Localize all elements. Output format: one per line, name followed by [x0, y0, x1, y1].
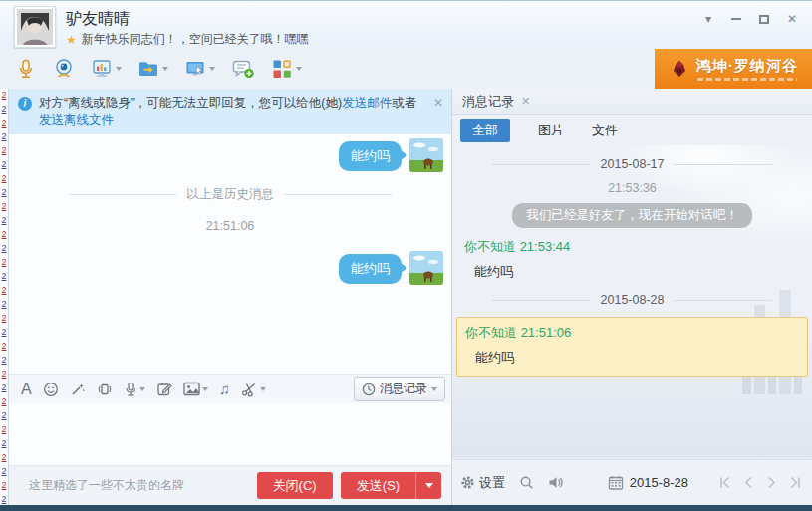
- history-tab-close-icon[interactable]: ✕: [521, 95, 530, 108]
- close-button[interactable]: ✕: [778, 9, 806, 29]
- window-menu-button[interactable]: ▾: [694, 9, 722, 29]
- first-page-icon[interactable]: [718, 475, 733, 490]
- history-divider: 以上是历史消息: [69, 186, 392, 203]
- send-options-button[interactable]: [415, 472, 441, 499]
- chevron-down-icon[interactable]: [202, 387, 208, 391]
- offline-notice-bar: i 对方“离线或隐身”，可能无法立即回复，您可以给他(她)发送邮件或者发送离线文…: [9, 89, 451, 134]
- chevron-down-icon[interactable]: [116, 67, 122, 71]
- send-footer: 这里精选了一些不太贵的名牌 关闭(C) 发送(S): [9, 465, 451, 505]
- landscape-avatar-image: [409, 138, 443, 172]
- close-chat-button[interactable]: 关闭(C): [257, 472, 333, 499]
- send-button[interactable]: 发送(S): [341, 472, 415, 499]
- qq-chat-window: 222222222222222222222222222222 驴友晴晴 ★ 新年…: [0, 0, 812, 511]
- self-avatar[interactable]: [409, 138, 443, 172]
- search-icon: [519, 475, 534, 490]
- previous-page-icon[interactable]: [741, 475, 756, 490]
- history-search-button[interactable]: [519, 475, 534, 490]
- font-icon: A: [21, 381, 32, 398]
- chevron-down-icon[interactable]: [139, 387, 145, 391]
- ad-tagline-script: [697, 78, 797, 81]
- magic-expression-button[interactable]: [70, 382, 86, 397]
- send-image-button[interactable]: [183, 382, 208, 396]
- voice-message-button[interactable]: [124, 382, 145, 397]
- portrait-image: [17, 9, 53, 45]
- message-list[interactable]: 能约吗 以上是历史消息 21:51:06: [9, 134, 451, 374]
- maximize-icon: [759, 15, 769, 24]
- screen-share-button[interactable]: [181, 56, 218, 82]
- notice-conjunction: 或者: [392, 96, 416, 110]
- play-audio-button[interactable]: [548, 475, 564, 490]
- selected-date: 2015-8-28: [630, 475, 688, 490]
- landscape-avatar-image: [409, 251, 443, 285]
- emoticon-button[interactable]: [43, 382, 59, 397]
- file-transfer-button[interactable]: [135, 56, 171, 82]
- chevron-down-icon[interactable]: [209, 67, 215, 71]
- date-divider: 2015-08-28: [492, 293, 772, 307]
- next-page-icon[interactable]: [764, 475, 779, 490]
- message-input[interactable]: [9, 403, 451, 465]
- filter-images[interactable]: 图片: [538, 122, 564, 139]
- outgoing-message-row: 能约吗: [9, 247, 451, 285]
- window-shake-button[interactable]: [97, 382, 113, 397]
- history-tab[interactable]: 消息记录: [462, 93, 514, 111]
- history-content[interactable]: 2015-08-17 21:53:36 我们已经是好友了，现在开始对话吧！ 你不…: [452, 145, 812, 458]
- share-chart-button[interactable]: [88, 56, 125, 82]
- chevron-down-icon: [425, 483, 433, 488]
- history-settings-button[interactable]: 设置: [460, 474, 505, 492]
- message-history-toggle-button[interactable]: 消息记录: [354, 377, 445, 401]
- peer-name: 驴友晴晴: [66, 9, 130, 30]
- screenshot-button[interactable]: [241, 382, 266, 397]
- shake-window-icon: [97, 382, 113, 397]
- entry-header: 你不知道 21:51:06: [465, 324, 799, 342]
- video-call-button[interactable]: [50, 56, 78, 82]
- chevron-down-icon[interactable]: [162, 67, 168, 71]
- titlebar[interactable]: 驴友晴晴 ★ 新年快乐同志们！，空间已经关了哦！嘿嘿 ▾ ✕: [0, 1, 812, 49]
- magic-wand-icon: [70, 382, 86, 397]
- system-message: 我们已经是好友了，现在开始对话吧！: [512, 203, 752, 228]
- entry-time: 21:53:44: [520, 239, 571, 254]
- applications-button[interactable]: [268, 56, 305, 82]
- screen-share-icon: [184, 58, 206, 80]
- send-offline-file-link[interactable]: 发送离线文件: [39, 113, 114, 127]
- font-style-button[interactable]: A: [21, 381, 32, 398]
- peer-avatar[interactable]: [14, 6, 56, 48]
- date-divider-label: 2015-08-17: [601, 157, 665, 171]
- history-filters: 全部 图片 文件: [452, 115, 812, 145]
- create-group-chat-button[interactable]: [228, 56, 258, 82]
- maximize-button[interactable]: [750, 9, 778, 29]
- self-avatar[interactable]: [409, 251, 443, 285]
- ad-brand-name: 鸿坤·罗纳河谷: [696, 57, 798, 76]
- history-date-picker[interactable]: 2015-8-28: [608, 475, 688, 490]
- last-page-icon[interactable]: [787, 475, 802, 490]
- notice-close-icon[interactable]: ✕: [433, 95, 443, 112]
- date-divider-label: 2015-08-28: [601, 293, 665, 307]
- ad-banner[interactable]: 鸿坤·罗纳河谷: [655, 49, 812, 89]
- history-entry: 你不知道 21:53:44 能约吗: [464, 238, 812, 281]
- gear-icon: [460, 475, 475, 490]
- microphone-small-icon: [124, 382, 137, 397]
- filter-all[interactable]: 全部: [460, 119, 510, 142]
- chevron-down-icon[interactable]: [296, 67, 302, 71]
- message-history-label: 消息记录: [380, 381, 427, 397]
- history-tabbar: 消息记录 ✕: [452, 89, 812, 115]
- send-mail-link[interactable]: 发送邮件: [342, 96, 392, 110]
- entry-header: 你不知道 21:53:44: [464, 238, 812, 256]
- music-note-icon: ♫: [219, 381, 230, 397]
- microphone-icon: [15, 58, 37, 80]
- speaker-icon: [548, 475, 564, 490]
- filter-files[interactable]: 文件: [592, 122, 618, 139]
- chevron-down-icon: [431, 387, 437, 391]
- minimize-button[interactable]: [722, 9, 750, 29]
- promo-hint: 这里精选了一些不太贵的名牌: [29, 477, 257, 494]
- webcam-icon: [53, 58, 75, 80]
- chevron-down-icon[interactable]: [260, 387, 266, 391]
- image-icon: [183, 382, 200, 396]
- history-timestamp: 21:53:36: [452, 181, 812, 195]
- music-share-button[interactable]: ♫: [219, 381, 230, 397]
- history-pagination: [718, 475, 802, 490]
- voice-call-button[interactable]: [12, 56, 40, 82]
- settings-label: 设置: [479, 474, 505, 492]
- handwriting-button[interactable]: [156, 382, 172, 397]
- history-panel: 消息记录 ✕ 全部 图片 文件 2015-08-17 21:53:36 我们已经…: [452, 89, 812, 505]
- outgoing-message-row: 能约吗: [9, 134, 451, 172]
